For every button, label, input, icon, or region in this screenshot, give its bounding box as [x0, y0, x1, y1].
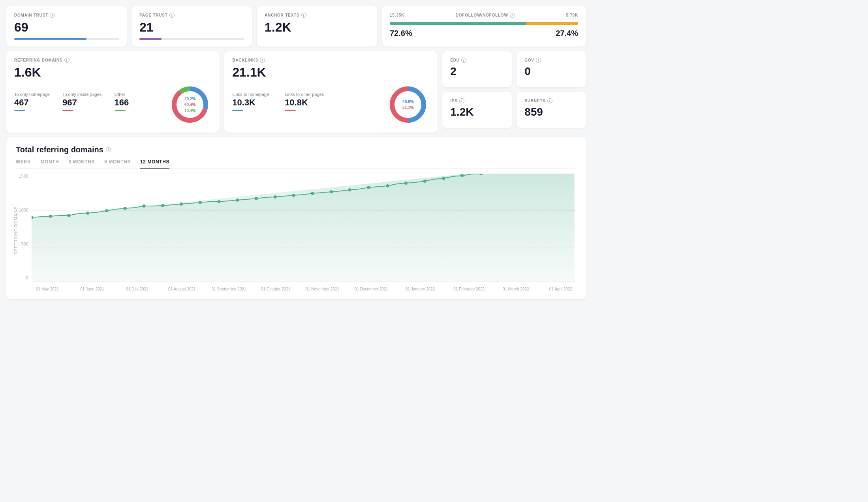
domain-trust-progress	[14, 38, 119, 40]
anchor-texts-label-text: ANCHOR TEXTS	[265, 13, 300, 17]
edu-info-icon[interactable]: i	[461, 58, 466, 63]
chart-dot	[255, 197, 258, 200]
dofollow-left-pct: 72.6%	[390, 29, 412, 38]
chart-dot	[404, 182, 408, 185]
y-tick-500: 500	[21, 242, 28, 246]
dofollow-orange-bar	[526, 22, 578, 25]
ref-stat-homepage-bar	[14, 110, 25, 111]
referring-domains-inner: To only homepage 467 To only inside page…	[14, 83, 212, 126]
x-label-jun: 01 June 2021	[77, 287, 108, 291]
backlinks-donut-pct2: 51.1%	[402, 105, 413, 111]
edu-label: EDU i	[450, 58, 504, 63]
ref-stat-other-label: Other	[115, 92, 129, 97]
backlinks-label: BACKLINKS i	[232, 58, 430, 63]
donut-pct3: 10.4%	[184, 108, 195, 114]
chart-svg	[32, 174, 577, 284]
domain-trust-label: DOMAIN TRUST i	[14, 13, 119, 18]
x-label-aug: 01 August 2021	[166, 287, 198, 291]
ref-stat-other-bar	[115, 110, 126, 111]
anchor-texts-info-icon[interactable]: i	[301, 13, 306, 18]
chart-dot	[423, 180, 426, 183]
ref-stat-inside-bar	[62, 110, 73, 111]
edu-card: EDU i 2	[442, 51, 512, 87]
chart-dot	[311, 192, 314, 195]
backlinks-value: 21.1K	[232, 65, 430, 80]
chart-dot	[330, 190, 333, 193]
backlinks-homepage-label: Links to homepage	[232, 92, 269, 97]
tab-6months[interactable]: 6 MONTHS	[104, 159, 131, 169]
referring-domains-label: REFERRING DOMAINS i	[14, 58, 212, 63]
dofollow-info-icon[interactable]: i	[510, 13, 515, 18]
domain-trust-bar	[14, 38, 86, 40]
page-trust-label-text: PAGE TRUST	[139, 13, 168, 17]
chart-title-text: Total referring domains	[16, 145, 103, 154]
chart-dot	[274, 195, 277, 199]
chart-card: Total referring domains i WEEK MONTH 3 M…	[6, 137, 586, 299]
backlinks-donut-pct1: 48.9%	[402, 99, 413, 105]
backlinks-donut: 48.9% 51.1%	[386, 83, 430, 126]
chart-dot	[198, 201, 201, 204]
subnets-label-text: SUBNETS	[524, 99, 545, 103]
page-trust-label: PAGE TRUST i	[139, 13, 244, 18]
ips-value: 1.2K	[450, 106, 504, 118]
gov-value: 0	[524, 65, 578, 78]
gov-info-icon[interactable]: i	[536, 58, 541, 63]
backlinks-other-value: 10.8K	[285, 97, 324, 108]
chart-dot	[67, 214, 70, 217]
x-label-jan: 01 January 2022	[402, 287, 438, 291]
dofollow-title-text: DOFOLLOW/NOFOLLOW	[456, 13, 508, 17]
ref-stat-homepage: To only homepage 467	[14, 92, 50, 111]
chart-info-icon[interactable]: i	[106, 147, 111, 152]
x-label-may: 01 May 2021	[32, 287, 63, 291]
backlinks-homepage-bar	[232, 110, 243, 111]
ips-label-text: IPS	[450, 99, 458, 103]
chart-plot-area: 01 May 2021 01 June 2021 01 July 2021 01…	[32, 174, 577, 291]
referring-domains-info-icon[interactable]: i	[64, 58, 70, 63]
tab-month[interactable]: MONTH	[40, 159, 59, 169]
dofollow-header: 15.35K DOFOLLOW/NOFOLLOW i 5.79K	[390, 13, 578, 18]
page-trust-info-icon[interactable]: i	[169, 13, 175, 18]
ips-subnets-row: IPS i 1.2K SUBNETS i 859	[442, 92, 586, 128]
backlinks-stat-homepage: Links to homepage 10.3K	[232, 92, 269, 111]
dofollow-right-value: 5.79K	[566, 13, 578, 17]
subnets-label: SUBNETS i	[524, 98, 578, 103]
dofollow-green-bar	[390, 22, 526, 25]
tab-12months[interactable]: 12 MONTHS	[140, 159, 169, 169]
x-label-sep: 01 September 2021	[211, 287, 247, 291]
small-cards-column: EDU i 2 GOV i 0 IPS i	[442, 51, 586, 133]
dofollow-card: 15.35K DOFOLLOW/NOFOLLOW i 5.79K 72.6% 2…	[382, 6, 586, 47]
ref-stat-homepage-label: To only homepage	[14, 92, 50, 97]
backlinks-homepage-value: 10.3K	[232, 97, 269, 108]
backlinks-info-icon[interactable]: i	[260, 58, 265, 63]
dofollow-right-pct: 27.4%	[556, 29, 578, 38]
chart-dot	[123, 207, 126, 210]
chart-dot	[142, 204, 145, 208]
dofollow-label-right: 5.79K	[566, 13, 578, 17]
anchor-texts-label: ANCHOR TEXTS i	[265, 13, 369, 18]
tab-week[interactable]: WEEK	[16, 159, 31, 169]
referring-donut-center: 29.2% 60.4% 10.4%	[184, 96, 195, 114]
y-tick-1000: 1000	[19, 208, 28, 212]
y-tick-0: 0	[26, 275, 28, 280]
domain-trust-card: DOMAIN TRUST i 69	[6, 6, 127, 47]
ref-stat-inside: To only inside pages 967	[62, 92, 102, 111]
tab-3months[interactable]: 3 MONTHS	[68, 159, 95, 169]
referring-domains-label-text: REFERRING DOMAINS	[14, 58, 63, 62]
x-axis-labels: 01 May 2021 01 June 2021 01 July 2021 01…	[32, 287, 577, 291]
domain-trust-info-icon[interactable]: i	[50, 13, 55, 18]
subnets-value: 859	[524, 106, 578, 118]
chart-tabs: WEEK MONTH 3 MONTHS 6 MONTHS 12 MONTHS	[16, 159, 577, 169]
ips-info-icon[interactable]: i	[459, 98, 464, 103]
chart-dot	[292, 194, 295, 197]
subnets-card: SUBNETS i 859	[517, 92, 586, 128]
anchor-texts-value: 1.2K	[265, 20, 369, 35]
backlinks-donut-center: 48.9% 51.1%	[402, 99, 413, 111]
subnets-info-icon[interactable]: i	[547, 98, 552, 103]
chart-dot	[442, 177, 445, 180]
dofollow-pct-row: 72.6% 27.4%	[390, 29, 578, 38]
backlinks-inner: Links to homepage 10.3K Links to other p…	[232, 83, 430, 126]
x-label-feb: 01 February 2022	[451, 287, 487, 291]
backlinks-other-label: Links to other pages	[285, 92, 324, 97]
chart-title: Total referring domains i	[16, 145, 577, 154]
chart-dot	[86, 212, 89, 215]
